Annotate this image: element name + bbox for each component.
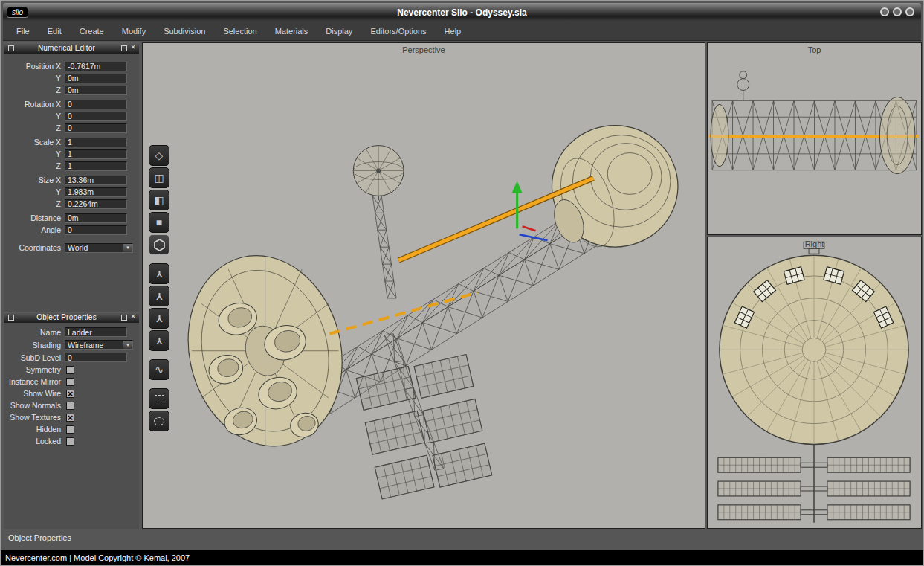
menu-item-display[interactable]: Display xyxy=(317,27,361,36)
soft-selection-button[interactable]: ∿ xyxy=(149,359,169,380)
panel-close-icon[interactable]: ✕ xyxy=(129,314,137,321)
size-y-input[interactable] xyxy=(65,187,127,197)
object-mode-button[interactable]: ■ xyxy=(149,212,169,233)
scale-z-row: Z xyxy=(4,160,139,172)
numerical-editor-panel: Position XYZRotation XYZScale XYZSize XY… xyxy=(4,54,139,254)
position-x-row: Position X xyxy=(4,60,139,72)
scale-y-row: Y xyxy=(4,148,139,160)
lasso-select-button[interactable] xyxy=(149,411,169,431)
move-manipulator-button[interactable]: Y xyxy=(149,263,169,284)
vertex-mode-button[interactable]: ◇ xyxy=(149,145,169,166)
scale-z-input[interactable] xyxy=(65,161,127,171)
shading-dropdown[interactable]: Wireframe ▾ xyxy=(65,340,133,350)
show-normals-row: Show Normals xyxy=(4,399,139,411)
chevron-down-icon: ▾ xyxy=(123,244,132,252)
panel-restore-icon[interactable] xyxy=(121,45,127,51)
numerical-editor-header[interactable]: Numerical Editor ✕ xyxy=(4,42,139,54)
menu-item-edit[interactable]: Edit xyxy=(39,27,71,36)
tripod-icon: Y xyxy=(156,335,163,347)
show-textures-checkbox[interactable]: × xyxy=(66,414,74,422)
distance-input[interactable] xyxy=(65,213,127,223)
scale-manipulator-button[interactable]: Y xyxy=(149,308,169,329)
panel-collapse-icon[interactable] xyxy=(8,315,14,321)
menu-item-selection[interactable]: Selection xyxy=(214,27,265,36)
hexagon-icon xyxy=(153,239,166,251)
size-z-row: Z xyxy=(4,198,139,210)
panel-collapse-icon[interactable] xyxy=(8,45,14,51)
position-z-label: Z xyxy=(4,86,65,94)
face-mode-button[interactable]: ◧ xyxy=(149,190,169,210)
scale-x-input[interactable] xyxy=(65,138,127,147)
spaceship-top-view xyxy=(708,43,921,234)
angle-row: Angle xyxy=(4,224,139,236)
hidden-checkbox[interactable] xyxy=(66,425,74,434)
rotation-y-label: Y xyxy=(4,112,65,120)
shading-label: Shading xyxy=(4,341,65,350)
symmetry-row: Symmetry xyxy=(4,364,139,376)
maximize-button[interactable] xyxy=(893,7,902,16)
locked-row: Locked xyxy=(4,435,139,447)
edge-mode-button[interactable]: ◫ xyxy=(149,167,169,188)
panel-restore-icon[interactable] xyxy=(121,315,127,321)
tripod-icon: Y xyxy=(156,268,163,280)
menu-item-materials[interactable]: Materials xyxy=(266,27,317,36)
scale-y-input[interactable] xyxy=(65,149,127,159)
distance-row: Distance xyxy=(4,212,139,224)
perspective-viewport[interactable]: Perspective ◇◫◧■YYYY∿ xyxy=(142,42,705,529)
minimize-button[interactable] xyxy=(880,7,889,16)
size-z-input[interactable] xyxy=(65,199,127,209)
menu-bar: FileEditCreateModifySubdivisionSelection… xyxy=(3,22,921,41)
top-viewport[interactable]: Top xyxy=(707,42,922,235)
tripod-icon: Y xyxy=(156,291,163,302)
spaceship-right-view xyxy=(708,237,921,528)
multi-mode-button[interactable] xyxy=(149,234,169,255)
position-z-input[interactable] xyxy=(65,86,127,95)
panel-close-icon[interactable]: ✕ xyxy=(129,45,137,52)
name-row: Name xyxy=(4,326,139,338)
size-y-row: Y xyxy=(4,186,139,198)
chevron-down-icon: ▾ xyxy=(123,341,132,349)
name-input[interactable] xyxy=(65,327,127,337)
status-text: Object Properties xyxy=(8,533,71,542)
menu-item-help[interactable]: Help xyxy=(436,27,471,36)
rotate-manipulator-button[interactable]: Y xyxy=(149,286,169,306)
size-x-input[interactable] xyxy=(65,176,127,185)
coordinates-dropdown[interactable]: World ▾ xyxy=(65,243,133,253)
shading-row: Shading Wireframe ▾ xyxy=(4,338,139,351)
menu-item-modify[interactable]: Modify xyxy=(113,27,155,36)
menu-item-file[interactable]: File xyxy=(7,27,39,36)
scale-x-label: Scale X xyxy=(4,138,65,147)
instance-mirror-checkbox[interactable] xyxy=(66,378,74,386)
position-y-input[interactable] xyxy=(65,74,127,83)
coordinates-value: World xyxy=(65,243,123,252)
symmetry-checkbox[interactable] xyxy=(66,366,74,374)
distance-label: Distance xyxy=(4,213,65,222)
sidebar: Numerical Editor ✕ Position XYZRotation … xyxy=(4,42,139,529)
show-wire-row: Show Wire× xyxy=(4,387,139,399)
object-properties-header[interactable]: Object Properties ✕ xyxy=(4,312,139,323)
instance-mirror-row: Instance Mirror xyxy=(4,376,139,387)
angle-label: Angle xyxy=(4,225,65,234)
menu-item-create[interactable]: Create xyxy=(71,27,113,36)
universal-manipulator-button[interactable]: Y xyxy=(149,330,169,351)
locked-checkbox[interactable] xyxy=(66,437,74,446)
angle-input[interactable] xyxy=(65,225,127,235)
title-bar[interactable]: silo Nevercenter Silo - Odyssey.sia xyxy=(3,3,921,22)
menu-item-subdivision[interactable]: Subdivision xyxy=(155,27,214,36)
show-textures-row: Show Textures× xyxy=(4,411,139,423)
position-y-label: Y xyxy=(4,74,65,83)
rotation-z-input[interactable] xyxy=(65,123,127,133)
position-x-label: Position X xyxy=(4,62,65,71)
show-wire-checkbox[interactable]: × xyxy=(66,390,74,398)
position-x-input[interactable] xyxy=(65,62,127,71)
rect-select-button[interactable] xyxy=(149,388,169,409)
subd-level-input[interactable] xyxy=(65,353,127,362)
rotation-z-label: Z xyxy=(4,123,65,132)
show-wire-label: Show Wire xyxy=(4,389,65,398)
menu-item-editors-options[interactable]: Editors/Options xyxy=(361,27,435,36)
rotation-y-input[interactable] xyxy=(65,112,127,121)
rotation-x-input[interactable] xyxy=(65,100,127,109)
show-normals-checkbox[interactable] xyxy=(66,402,74,410)
right-viewport[interactable]: Right xyxy=(707,237,922,529)
close-button[interactable] xyxy=(905,7,914,16)
